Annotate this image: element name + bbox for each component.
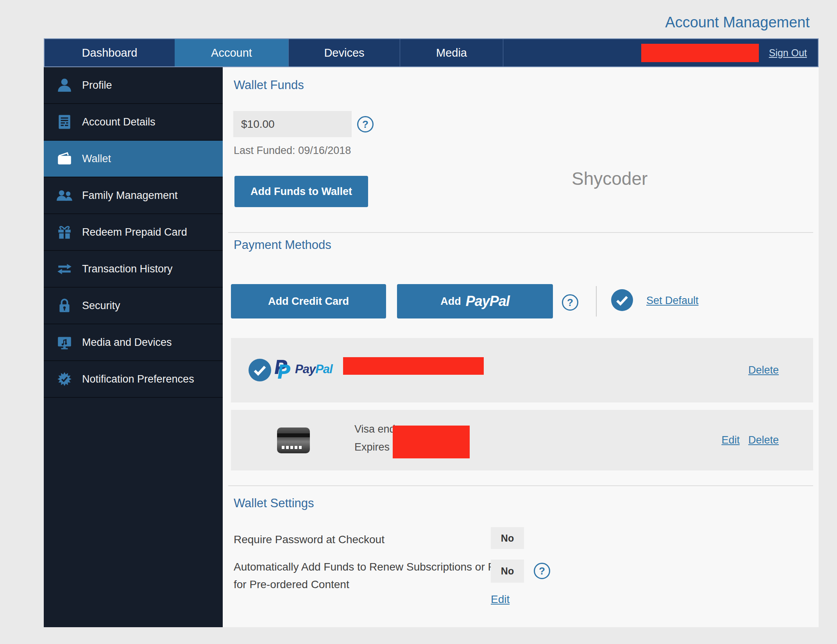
credit-card-icon <box>277 428 310 453</box>
sidebar-item-transaction-history[interactable]: Transaction History <box>44 251 223 288</box>
nav-tab-devices[interactable]: Devices <box>288 39 400 66</box>
nav-tab-dashboard[interactable]: Dashboard <box>45 39 175 66</box>
sidebar-item-media-and-devices[interactable]: Media and Devices <box>44 324 223 361</box>
payment-methods-help-icon[interactable]: ? <box>562 294 578 311</box>
family-icon <box>56 187 73 204</box>
section-divider <box>228 485 813 486</box>
top-nav: Dashboard Account Devices Media Sign Out <box>44 38 819 67</box>
media-screen-icon <box>56 334 73 351</box>
default-method-check-icon <box>249 359 271 381</box>
nav-spacer <box>503 39 641 66</box>
add-funds-button[interactable]: Add Funds to Wallet <box>234 176 368 207</box>
visa-edit-link[interactable]: Edit <box>721 434 740 446</box>
sidebar-item-notification-preferences[interactable]: Notification Preferences <box>44 361 223 398</box>
username-redaction <box>641 44 759 62</box>
paypal-logo: PayPal <box>274 358 333 381</box>
default-check-icon <box>611 289 633 311</box>
section-divider <box>228 232 813 233</box>
sidebar-item-label: Profile <box>82 79 112 91</box>
sidebar-item-label: Family Management <box>82 190 178 202</box>
profile-icon <box>56 77 73 93</box>
paypal-text-pay: Pay <box>295 362 315 376</box>
paypal-payment-row: PayPal Delete <box>231 338 813 402</box>
wallet-settings-heading: Wallet Settings <box>234 496 314 510</box>
notification-burst-icon <box>56 371 73 387</box>
vertical-divider <box>596 286 597 317</box>
visa-payment-row: Visa end Expires Edit Delete <box>231 410 813 470</box>
auto-add-funds-label: Automatically Add Funds to Renew Subscri… <box>234 558 519 593</box>
paypal-wordmark: PayPal <box>466 293 510 309</box>
paypal-monogram-icon <box>274 358 293 381</box>
sidebar-item-wallet[interactable]: Wallet <box>44 141 223 177</box>
require-password-value: No <box>491 527 524 549</box>
payment-methods-heading: Payment Methods <box>234 238 331 252</box>
sidebar-item-label: Redeem Prepaid Card <box>82 226 187 238</box>
add-paypal-prefix: Add <box>440 295 461 308</box>
visa-line2: Expires <box>354 438 395 456</box>
require-password-label: Require Password at Checkout <box>234 531 385 548</box>
wallet-icon <box>56 150 73 167</box>
last-funded-text: Last Funded: 09/16/2018 <box>234 145 351 157</box>
lock-icon <box>56 297 73 314</box>
visa-description: Visa end Expires <box>354 420 395 456</box>
sidebar-item-label: Transaction History <box>82 263 173 275</box>
wallet-funds-heading: Wallet Funds <box>234 78 304 92</box>
visa-line1: Visa end <box>354 420 395 438</box>
gift-icon <box>56 224 73 240</box>
nav-tab-account[interactable]: Account <box>175 39 288 66</box>
sidebar-item-redeem-prepaid-card[interactable]: Redeem Prepaid Card <box>44 214 223 251</box>
wallet-balance-field: $10.00 <box>233 111 352 137</box>
nav-tab-media[interactable]: Media <box>400 39 503 66</box>
sidebar-item-label: Wallet <box>82 153 111 165</box>
sidebar-item-label: Notification Preferences <box>82 373 194 385</box>
auto-add-funds-value: No <box>491 560 524 583</box>
wallet-settings-edit-link[interactable]: Edit <box>491 593 510 606</box>
add-credit-card-button[interactable]: Add Credit Card <box>231 284 386 318</box>
sidebar-item-label: Media and Devices <box>82 336 172 349</box>
transfer-arrows-icon <box>56 261 73 277</box>
paypal-text-pal: Pal <box>315 362 333 376</box>
sidebar-item-label: Account Details <box>82 116 156 128</box>
sign-out-link[interactable]: Sign Out <box>769 47 807 59</box>
wallet-balance-help-icon[interactable]: ? <box>357 116 374 132</box>
paypal-email-redaction <box>343 357 484 375</box>
sidebar-item-security[interactable]: Security <box>44 288 223 324</box>
sidebar-item-label: Security <box>82 300 120 312</box>
account-details-icon <box>56 114 73 130</box>
account-sidebar: Profile Account Details Wallet <box>44 67 223 627</box>
sidebar-item-profile[interactable]: Profile <box>44 67 223 104</box>
visa-delete-link[interactable]: Delete <box>748 434 779 446</box>
sidebar-item-family-management[interactable]: Family Management <box>44 177 223 214</box>
paypal-delete-link[interactable]: Delete <box>748 364 779 376</box>
auto-add-funds-help-icon[interactable]: ? <box>534 563 550 579</box>
visa-details-redaction <box>393 426 470 458</box>
page-title: Account Management <box>665 14 810 31</box>
add-paypal-button[interactable]: Add PayPal <box>397 284 553 318</box>
watermark-text: Shycoder <box>572 168 647 189</box>
wallet-page: Wallet Funds $10.00 ? Last Funded: 09/16… <box>223 67 819 627</box>
sidebar-item-account-details[interactable]: Account Details <box>44 104 223 141</box>
set-default-link[interactable]: Set Default <box>646 295 699 307</box>
